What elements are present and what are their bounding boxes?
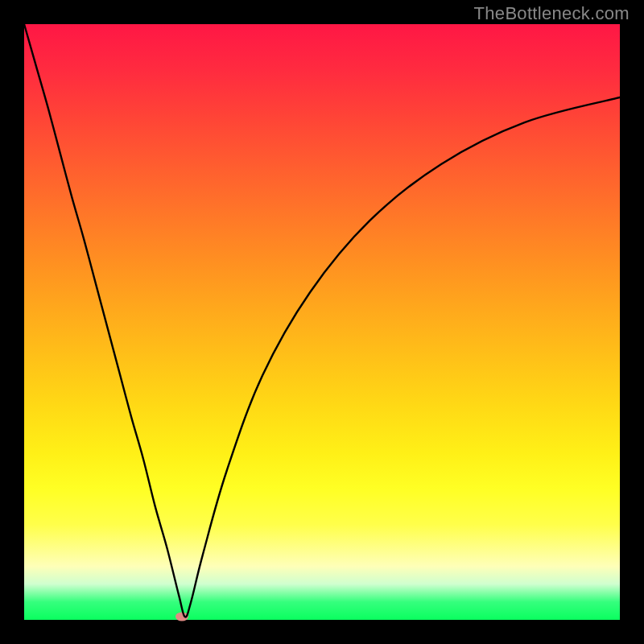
chart-frame: TheBottleneck.com <box>0 0 644 644</box>
watermark-text: TheBottleneck.com <box>474 3 630 24</box>
plot-area <box>24 24 620 620</box>
curve-svg <box>24 24 620 620</box>
bottleneck-curve-path <box>24 24 620 617</box>
